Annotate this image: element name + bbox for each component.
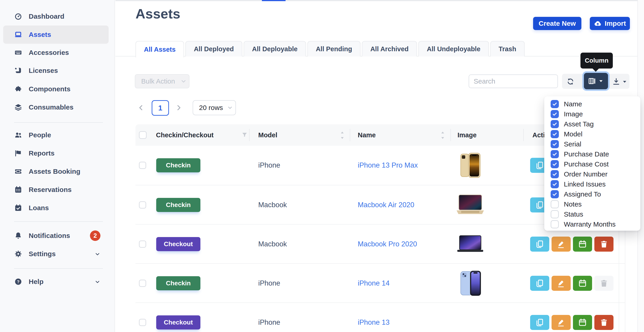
- column-header-image[interactable]: Image: [458, 124, 476, 146]
- column-menu-item-assigned-to[interactable]: Assigned To: [544, 189, 640, 199]
- checkbox-icon[interactable]: [551, 200, 559, 208]
- search-input[interactable]: [469, 74, 558, 88]
- bulk-action-dropdown[interactable]: Bulk Action: [135, 74, 190, 88]
- delete-action-button[interactable]: [594, 315, 614, 330]
- sidebar-item-loans[interactable]: Loans: [3, 199, 108, 217]
- page-number-button[interactable]: 1: [152, 100, 169, 116]
- sidebar-item-assets-booking[interactable]: Assets Booking: [3, 162, 108, 180]
- asset-image-macbook-air[interactable]: [453, 185, 487, 224]
- column-header-name[interactable]: Name: [358, 124, 376, 146]
- select-all-checkbox[interactable]: [139, 131, 147, 139]
- checkin-checkout-button[interactable]: Checkin: [156, 276, 200, 290]
- export-caret-down-icon[interactable]: [622, 79, 628, 85]
- next-page-icon[interactable]: [175, 104, 183, 112]
- asset-image-iphone-14[interactable]: [453, 264, 487, 303]
- sidebar-item-licenses[interactable]: Licenses: [3, 62, 108, 80]
- checkbox-icon[interactable]: [551, 180, 559, 188]
- sidebar-item-accessories[interactable]: Accessories: [3, 44, 108, 62]
- name-link[interactable]: iPhone 14: [358, 264, 390, 303]
- column-menu-item-notes[interactable]: Notes: [544, 199, 640, 209]
- sidebar-item-help[interactable]: Help: [3, 272, 108, 291]
- column-menu-item-name[interactable]: Name: [544, 99, 640, 109]
- tab-trash[interactable]: Trash: [490, 41, 525, 56]
- checkin-checkout-button[interactable]: Checkout: [156, 316, 200, 330]
- delete-action-button-disabled[interactable]: [594, 276, 614, 291]
- export-icon[interactable]: [612, 78, 620, 86]
- sort-icon[interactable]: [339, 131, 345, 140]
- edit-action-button[interactable]: [552, 236, 571, 252]
- checkbox-icon[interactable]: [551, 140, 559, 148]
- page-size-select[interactable]: 20 rows: [193, 100, 236, 115]
- column-menu-item-purchase-cost[interactable]: Purchase Cost: [544, 159, 640, 169]
- checkin-checkout-button[interactable]: Checkin: [156, 198, 200, 212]
- import-button[interactable]: Import: [590, 17, 630, 30]
- sort-icon[interactable]: [440, 131, 446, 140]
- checkbox-icon[interactable]: [551, 160, 559, 168]
- checkin-checkout-button[interactable]: Checkin: [156, 158, 200, 172]
- checkbox-icon[interactable]: [551, 100, 559, 108]
- column-menu-item-linked-issues[interactable]: Linked Issues: [544, 179, 640, 189]
- create-new-button[interactable]: Create New: [533, 17, 582, 30]
- prev-page-icon[interactable]: [137, 104, 145, 112]
- copy-action-button[interactable]: [530, 315, 549, 330]
- checkbox-icon[interactable]: [551, 210, 559, 218]
- sidebar-item-assets[interactable]: Assets: [3, 26, 108, 44]
- copy-action-button[interactable]: [530, 276, 549, 291]
- column-picker-button[interactable]: [584, 73, 608, 89]
- tab-all-deployable[interactable]: All Deployable: [244, 41, 306, 56]
- row-checkbox[interactable]: [139, 201, 146, 208]
- calendar-action-button[interactable]: [573, 276, 592, 291]
- edit-action-button[interactable]: [552, 276, 571, 291]
- tab-all-assets[interactable]: All Assets: [136, 41, 184, 58]
- checkbox-icon[interactable]: [551, 120, 559, 128]
- checkbox-icon[interactable]: [551, 190, 559, 198]
- asset-image-macbook-pro[interactable]: [453, 224, 487, 264]
- checkbox-icon[interactable]: [551, 110, 559, 118]
- refresh-icon[interactable]: [566, 78, 574, 86]
- calendar-action-button[interactable]: [573, 315, 592, 330]
- column-menu-item-warranty-months[interactable]: Warranty Months: [544, 219, 640, 229]
- sidebar-item-consumables[interactable]: Consumables: [3, 98, 108, 116]
- sidebar-item-notifications[interactable]: Notifications 2: [3, 226, 108, 245]
- name-link[interactable]: Macbook Air 2020: [358, 185, 414, 224]
- checkbox-icon[interactable]: [551, 150, 559, 158]
- edit-action-button[interactable]: [552, 315, 571, 330]
- name-link[interactable]: iPhone 13: [358, 303, 390, 332]
- column-menu-item-asset-tag[interactable]: Asset Tag: [544, 119, 640, 129]
- sidebar-item-components[interactable]: Components: [3, 80, 108, 98]
- checkin-checkout-button[interactable]: Checkout: [156, 237, 200, 251]
- checkbox-icon[interactable]: [551, 130, 559, 138]
- name-link[interactable]: Macbook Pro 2020: [358, 224, 417, 264]
- sidebar-item-reservations[interactable]: Reservations: [3, 180, 108, 199]
- sidebar-item-reports[interactable]: Reports: [3, 144, 108, 162]
- filter-icon[interactable]: [241, 132, 248, 138]
- column-menu-item-status[interactable]: Status: [544, 209, 640, 219]
- sidebar-item-dashboard[interactable]: Dashboard: [3, 7, 108, 26]
- asset-image-iphone-13-pro-max[interactable]: [453, 146, 487, 185]
- assets-page: Dashboard Assets Accessories Licenses Co…: [0, 0, 644, 332]
- row-checkbox[interactable]: [139, 240, 146, 248]
- sidebar-item-settings[interactable]: Settings: [3, 245, 108, 263]
- column-menu-item-order-number[interactable]: Order Number: [544, 169, 640, 179]
- column-menu-item-image[interactable]: Image: [544, 109, 640, 119]
- tab-all-undeployable[interactable]: All Undeployable: [418, 41, 489, 56]
- tab-all-pending[interactable]: All Pending: [308, 41, 361, 56]
- copy-action-button[interactable]: [530, 236, 549, 252]
- row-checkbox[interactable]: [139, 319, 146, 326]
- calendar-action-button[interactable]: [573, 236, 592, 252]
- column-menu-item-purchase-date[interactable]: Purchase Date: [544, 149, 640, 159]
- sidebar-item-people[interactable]: People: [3, 126, 108, 144]
- row-checkbox[interactable]: [139, 162, 146, 169]
- row-checkbox[interactable]: [139, 280, 146, 287]
- checkbox-icon[interactable]: [551, 220, 559, 228]
- column-header-checkin-checkout[interactable]: Checkin/Checkout: [156, 124, 214, 146]
- column-menu-item-model[interactable]: Model: [544, 129, 640, 139]
- delete-action-button[interactable]: [594, 236, 614, 252]
- tab-all-archived[interactable]: All Archived: [362, 41, 417, 56]
- column-menu-item-serial[interactable]: Serial: [544, 139, 640, 149]
- tab-all-deployed[interactable]: All Deployed: [185, 41, 242, 56]
- name-link[interactable]: iPhone 13 Pro Max: [358, 146, 418, 185]
- checkbox-icon[interactable]: [551, 170, 559, 178]
- column-header-model[interactable]: Model: [258, 124, 277, 146]
- bell-icon: [14, 232, 22, 240]
